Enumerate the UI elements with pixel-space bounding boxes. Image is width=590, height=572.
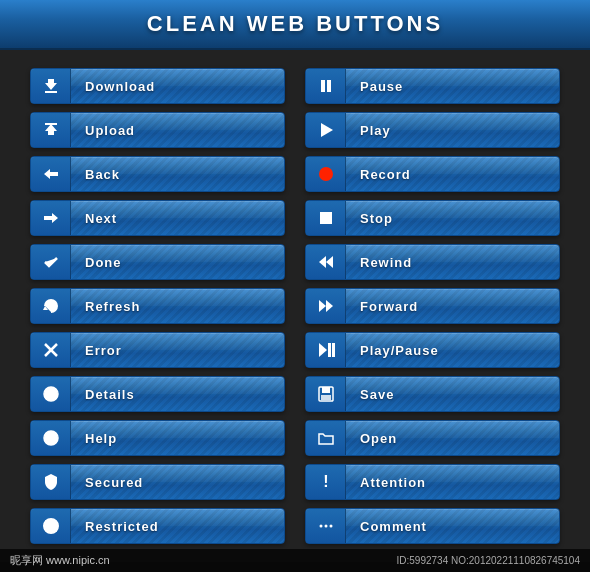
right-stop-button[interactable]: Stop bbox=[305, 200, 560, 236]
done-icon bbox=[31, 245, 71, 279]
secured-icon bbox=[31, 465, 71, 499]
svg-rect-25 bbox=[328, 343, 331, 357]
record-icon bbox=[306, 157, 346, 191]
svg-text:i: i bbox=[49, 388, 52, 400]
back-icon bbox=[31, 157, 71, 191]
svg-marker-4 bbox=[44, 169, 58, 179]
svg-rect-28 bbox=[322, 387, 330, 393]
next-label: Next bbox=[71, 211, 117, 226]
attention-label: Attention bbox=[346, 475, 426, 490]
comment-icon bbox=[306, 509, 346, 543]
refresh-label: Refresh bbox=[71, 299, 140, 314]
rewind-icon bbox=[306, 245, 346, 279]
right-rewind-button[interactable]: Rewind bbox=[305, 244, 560, 280]
svg-text:!: ! bbox=[323, 473, 328, 490]
svg-marker-5 bbox=[44, 213, 58, 223]
upload-label: Upload bbox=[71, 123, 135, 138]
save-icon bbox=[306, 377, 346, 411]
svg-text:?: ? bbox=[47, 431, 54, 445]
restricted-label: Restricted bbox=[71, 519, 159, 534]
download-icon bbox=[31, 69, 71, 103]
svg-marker-2 bbox=[45, 124, 57, 135]
right-column: PausePlayRecordStopRewindForwardPlay/Pau… bbox=[305, 68, 560, 544]
left-secured-button[interactable]: Secured bbox=[30, 464, 285, 500]
svg-marker-24 bbox=[319, 343, 327, 357]
refresh-icon bbox=[31, 289, 71, 323]
next-icon bbox=[31, 201, 71, 235]
right-comment-button[interactable]: Comment bbox=[305, 508, 560, 544]
svg-rect-15 bbox=[321, 80, 325, 92]
play-icon bbox=[306, 113, 346, 147]
right-open-button[interactable]: Open bbox=[305, 420, 560, 456]
forward-icon bbox=[306, 289, 346, 323]
download-label: Download bbox=[71, 79, 155, 94]
left-download-button[interactable]: Download bbox=[30, 68, 285, 104]
left-done-button[interactable]: Done bbox=[30, 244, 285, 280]
svg-marker-21 bbox=[319, 256, 326, 268]
forward-label: Forward bbox=[346, 299, 418, 314]
error-label: Error bbox=[71, 343, 122, 358]
left-upload-button[interactable]: Upload bbox=[30, 112, 285, 148]
open-label: Open bbox=[346, 431, 397, 446]
header: CLEAN WEB BUTTONS bbox=[0, 0, 590, 50]
playpause-icon bbox=[306, 333, 346, 367]
restricted-icon bbox=[31, 509, 71, 543]
details-icon: i bbox=[31, 377, 71, 411]
svg-rect-19 bbox=[320, 212, 332, 224]
upload-icon bbox=[31, 113, 71, 147]
pause-icon bbox=[306, 69, 346, 103]
help-icon: ? bbox=[31, 421, 71, 455]
right-play-button[interactable]: Play bbox=[305, 112, 560, 148]
open-icon bbox=[306, 421, 346, 455]
secured-label: Secured bbox=[71, 475, 143, 490]
svg-marker-17 bbox=[321, 123, 333, 137]
svg-rect-26 bbox=[332, 343, 335, 357]
error-icon bbox=[31, 333, 71, 367]
svg-marker-22 bbox=[319, 300, 326, 312]
svg-point-31 bbox=[319, 525, 322, 528]
left-column: DownloadUploadBackNextDoneRefreshErroriD… bbox=[30, 68, 285, 544]
left-help-button[interactable]: ?Help bbox=[30, 420, 285, 456]
svg-rect-29 bbox=[321, 395, 331, 400]
left-error-button[interactable]: Error bbox=[30, 332, 285, 368]
pause-label: Pause bbox=[346, 79, 403, 94]
right-record-button[interactable]: Record bbox=[305, 156, 560, 192]
left-details-button[interactable]: iDetails bbox=[30, 376, 285, 412]
svg-marker-0 bbox=[45, 79, 57, 90]
save-label: Save bbox=[346, 387, 394, 402]
stop-label: Stop bbox=[346, 211, 393, 226]
svg-rect-1 bbox=[45, 91, 57, 93]
details-label: Details bbox=[71, 387, 135, 402]
footer-left: 昵享网 www.nipic.cn bbox=[10, 553, 110, 568]
right-pause-button[interactable]: Pause bbox=[305, 68, 560, 104]
right-attention-button[interactable]: !Attention bbox=[305, 464, 560, 500]
header-title: CLEAN WEB BUTTONS bbox=[147, 11, 443, 37]
svg-rect-3 bbox=[45, 123, 57, 125]
svg-rect-16 bbox=[327, 80, 331, 92]
svg-marker-20 bbox=[326, 256, 333, 268]
buttons-container: DownloadUploadBackNextDoneRefreshErroriD… bbox=[0, 50, 590, 562]
help-label: Help bbox=[71, 431, 117, 446]
right-save-button[interactable]: Save bbox=[305, 376, 560, 412]
done-label: Done bbox=[71, 255, 122, 270]
stop-icon bbox=[306, 201, 346, 235]
footer-right: ID:5992734 NO:20120221110826745104 bbox=[397, 555, 581, 566]
svg-marker-23 bbox=[326, 300, 333, 312]
back-label: Back bbox=[71, 167, 120, 182]
attention-icon: ! bbox=[306, 465, 346, 499]
play-label: Play bbox=[346, 123, 391, 138]
comment-label: Comment bbox=[346, 519, 427, 534]
left-next-button[interactable]: Next bbox=[30, 200, 285, 236]
left-back-button[interactable]: Back bbox=[30, 156, 285, 192]
record-label: Record bbox=[346, 167, 411, 182]
footer: 昵享网 www.nipic.cn ID:5992734 NO:201202211… bbox=[0, 549, 590, 572]
right-playpause-button[interactable]: Play/Pause bbox=[305, 332, 560, 368]
right-forward-button[interactable]: Forward bbox=[305, 288, 560, 324]
left-refresh-button[interactable]: Refresh bbox=[30, 288, 285, 324]
svg-point-33 bbox=[329, 525, 332, 528]
playpause-label: Play/Pause bbox=[346, 343, 439, 358]
svg-point-18 bbox=[319, 167, 333, 181]
svg-point-32 bbox=[324, 525, 327, 528]
left-restricted-button[interactable]: Restricted bbox=[30, 508, 285, 544]
rewind-label: Rewind bbox=[346, 255, 412, 270]
